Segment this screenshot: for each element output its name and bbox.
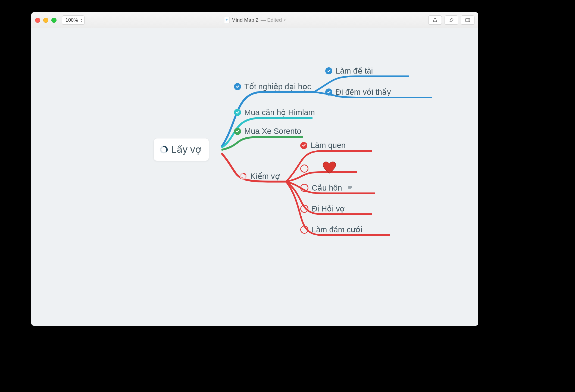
chevron-updown-icon: ▴▾	[81, 18, 82, 22]
progress-partial-icon	[160, 146, 168, 154]
chevron-down-icon: ▾	[284, 18, 286, 22]
branch-label: Đi Hỏi vợ	[312, 204, 345, 213]
checkmark-todo-icon	[300, 205, 308, 213]
branch-label: Tốt nghiệp đại học	[244, 82, 311, 91]
share-button[interactable]	[428, 15, 442, 25]
branch-node[interactable]: Đi Hỏi vợ	[300, 204, 345, 213]
document-title: Mind Map 2	[232, 17, 258, 23]
branch-label: Mua căn hộ Himlam	[244, 108, 315, 117]
paintbrush-icon	[449, 17, 454, 23]
branch-node[interactable]: Mua Xe Sorento	[234, 127, 301, 136]
checkmark-done-icon	[300, 142, 307, 149]
branch-node[interactable]: Kiếm vợ	[239, 172, 280, 181]
checkmark-done-icon	[325, 67, 332, 74]
checkmark-done-icon	[234, 128, 241, 135]
branch-node[interactable]: Làm quen	[300, 141, 346, 150]
checkmark-done-icon	[234, 83, 241, 90]
branch-node[interactable]: Đi đêm với thầy	[325, 87, 391, 97]
checkmark-done-icon	[234, 109, 241, 116]
titlebar: 100% ▴▾ Mind Map 2 — Edited ▾	[31, 12, 478, 28]
svg-rect-0	[466, 18, 470, 22]
checkmark-done-icon	[325, 88, 332, 96]
minimize-window-button[interactable]	[43, 18, 48, 23]
branch-label: Đi đêm với thầy	[336, 87, 391, 97]
document-status: — Edited	[261, 17, 282, 23]
window-title[interactable]: Mind Map 2 — Edited ▾	[224, 17, 286, 23]
fullscreen-window-button[interactable]	[51, 18, 57, 23]
checkmark-todo-icon	[300, 184, 308, 192]
branch-node[interactable]: Mua căn hộ Himlam	[234, 108, 315, 117]
app-window: 100% ▴▾ Mind Map 2 — Edited ▾	[31, 12, 478, 326]
branch-label: Kiếm vợ	[250, 172, 280, 181]
close-window-button[interactable]	[35, 18, 40, 23]
checkmark-todo-icon	[300, 165, 308, 173]
branch-label: Cầu hôn	[312, 183, 342, 192]
branch-label: Làm đề tài	[336, 66, 373, 75]
panel-icon	[465, 17, 470, 23]
branch-node[interactable]: Làm đề tài	[325, 66, 373, 75]
zoom-selector[interactable]: 100% ▴▾	[62, 15, 85, 25]
checkmark-todo-icon	[300, 226, 308, 234]
branch-node[interactable]: Tốt nghiệp đại học	[234, 82, 311, 91]
root-node-label: Lấy vợ	[171, 144, 201, 155]
document-icon	[224, 17, 229, 23]
heart-icon	[323, 161, 336, 176]
share-icon	[432, 17, 438, 23]
note-icon[interactable]	[348, 186, 352, 190]
branch-node[interactable]: Cầu hôn	[300, 183, 352, 192]
branch-label: Làm quen	[311, 141, 346, 150]
traffic-lights	[35, 18, 57, 23]
inspector-button[interactable]	[445, 15, 458, 25]
zoom-value: 100%	[65, 17, 78, 23]
branch-label: Mua Xe Sorento	[244, 127, 301, 136]
branch-node[interactable]	[300, 161, 336, 176]
progress-partial-icon	[239, 172, 247, 180]
mindmap-canvas[interactable]: Lấy vợ Tốt nghiệp đại học Làm đề tài Đi …	[31, 28, 478, 326]
sidebar-toggle-button[interactable]	[461, 15, 474, 25]
branch-label: Làm đám cưới	[312, 225, 362, 234]
root-node[interactable]: Lấy vợ	[154, 138, 209, 161]
branch-node[interactable]: Làm đám cưới	[300, 225, 362, 234]
